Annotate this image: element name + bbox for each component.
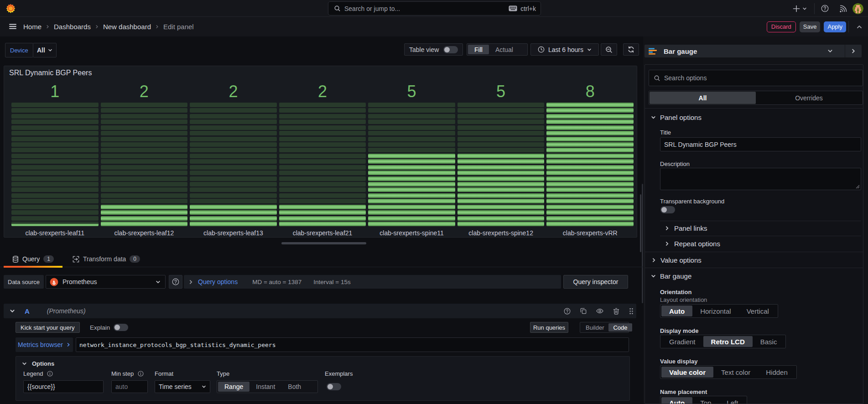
menu-toggle-button[interactable] [9, 23, 16, 30]
fit-option-fill[interactable]: Fill [468, 45, 489, 54]
time-range-picker[interactable]: Last 6 hours [530, 43, 599, 56]
new-menu-button[interactable] [793, 5, 807, 12]
discard-button[interactable]: Discard [767, 21, 796, 32]
value-display-option-text-color[interactable]: Text color [713, 367, 758, 378]
lcd-cell-lit [190, 216, 277, 221]
lcd-cell-lit [546, 222, 634, 226]
grafana-logo-icon[interactable] [5, 3, 16, 14]
lcd-cell-unlit [190, 165, 277, 170]
lcd-cell-unlit [11, 205, 99, 209]
options-pane-splitter[interactable] [640, 194, 641, 252]
datasource-help-button[interactable] [169, 275, 182, 289]
hide-query-button[interactable] [596, 307, 603, 315]
chevron-right-icon [665, 241, 670, 246]
duplicate-query-button[interactable] [580, 308, 587, 314]
bar-gauge-section-header[interactable]: Bar gauge [645, 268, 863, 284]
display-mode-option-basic[interactable]: Basic [753, 336, 785, 347]
lcd-cell-lit [457, 159, 545, 164]
query-type-instant[interactable]: Instant [249, 382, 281, 392]
editor-mode-code[interactable]: Code [608, 323, 632, 331]
query-section-tabs: Query 1 Transform data 0 [0, 251, 643, 267]
bar-gauge-panel[interactable]: SRL Dynamic BGP Peers 1clab-srexperts-le… [4, 66, 637, 238]
help-button[interactable] [821, 5, 829, 12]
horizontal-pane-splitter[interactable] [281, 242, 366, 244]
orientation-option-auto[interactable]: Auto [661, 306, 692, 316]
collapse-options-pane-button[interactable] [845, 48, 862, 54]
transparent-background-toggle[interactable] [660, 206, 675, 213]
visualization-name: Bar gauge [664, 47, 821, 55]
min-step-input[interactable]: auto [111, 380, 148, 393]
lcd-cell-lit [546, 142, 634, 147]
query-row-header[interactable]: A (Prometheus) [4, 304, 636, 318]
panel-options-section-header[interactable]: Panel options [645, 108, 863, 126]
variable-device-label[interactable]: Device [5, 43, 33, 57]
format-select[interactable]: Time series [155, 380, 210, 393]
editor-mode-builder[interactable]: Builder [581, 323, 608, 331]
breadcrumb-item[interactable]: Home [23, 23, 42, 31]
lcd-cell-lit [546, 216, 634, 221]
table-view-toggle[interactable] [443, 46, 458, 53]
options-search-input[interactable]: Search options [649, 70, 863, 86]
chevron-right-icon [95, 25, 99, 29]
query-options-toggle[interactable]: Query options [198, 278, 238, 285]
query-inspector-button[interactable]: Query inspector [563, 275, 628, 289]
options-tab-all[interactable]: All [650, 92, 756, 104]
user-avatar[interactable] [852, 3, 863, 14]
zoom-out-button[interactable] [601, 43, 617, 56]
info-circle-icon [47, 371, 53, 377]
bar-label: clab-srexperts-vRR [546, 229, 634, 237]
name-placement-option-auto[interactable]: Auto [661, 397, 692, 404]
orientation-option-horizontal[interactable]: Horizontal [692, 306, 739, 316]
tab-query[interactable]: Query 1 [4, 251, 62, 267]
query-expression-input[interactable]: network_instance_protocols_bgp_statistic… [76, 337, 629, 352]
options-tab-overrides[interactable]: Overrides [756, 92, 862, 104]
name-placement-option-left[interactable]: Left [719, 397, 746, 404]
global-search-input[interactable]: Search or jump to... ctrl+k [328, 1, 541, 16]
lcd-cell-unlit [457, 142, 545, 147]
kick-start-query-button[interactable]: Kick start your query [16, 322, 80, 333]
lcd-cell-unlit [368, 103, 455, 107]
lcd-cell-lit [368, 222, 455, 226]
tab-transform-data[interactable]: Transform data 0 [66, 251, 146, 267]
variable-device-value-dropdown[interactable]: All [33, 43, 57, 57]
save-button[interactable]: Save [800, 21, 821, 32]
value-options-section-header[interactable]: Value options [645, 252, 863, 268]
display-mode-option-gradient[interactable]: Gradient [661, 336, 703, 347]
chevron-down-icon [202, 384, 206, 389]
drag-query-handle[interactable] [629, 308, 634, 315]
lcd-cell-unlit [101, 142, 188, 147]
query-type-both[interactable]: Both [281, 382, 307, 392]
collapse-header-button[interactable] [855, 24, 863, 30]
query-help-button[interactable] [564, 308, 571, 315]
lcd-cell-lit [101, 210, 188, 215]
lcd-cell-lit [546, 171, 634, 175]
repeat-options-section[interactable]: Repeat options [665, 236, 720, 252]
apply-button[interactable]: Apply [824, 21, 846, 32]
metrics-browser-toggle[interactable]: Metrics browser [16, 337, 73, 352]
news-rss-button[interactable] [840, 5, 847, 12]
breadcrumb-item[interactable]: Dashboards [54, 23, 91, 31]
breadcrumb-item[interactable]: New dashboard [103, 23, 151, 31]
value-display-option-value-color[interactable]: Value color [661, 367, 713, 378]
display-mode-option-retro-lcd[interactable]: Retro LCD [703, 336, 753, 347]
query-type-range[interactable]: Range [218, 382, 249, 392]
name-placement-option-top[interactable]: Top [692, 397, 719, 404]
datasource-picker[interactable]: Prometheus [46, 275, 166, 289]
options-collapse-header[interactable]: Options [22, 360, 54, 367]
visualization-picker[interactable]: Bar gauge [645, 45, 862, 57]
orientation-option-vertical[interactable]: Vertical [739, 306, 777, 316]
eye-icon [596, 307, 603, 315]
exemplars-toggle[interactable] [327, 383, 341, 390]
explain-toggle[interactable] [114, 324, 128, 331]
fit-option-actual[interactable]: Actual [489, 45, 520, 54]
lcd-cell-unlit [190, 199, 277, 203]
panel-title-input[interactable]: SRL Dynamic BGP Peers [660, 137, 861, 151]
remove-query-button[interactable] [613, 308, 619, 315]
panel-description-textarea[interactable] [660, 168, 861, 190]
refresh-button[interactable] [623, 43, 639, 56]
panel-links-section[interactable]: Panel links [665, 221, 707, 236]
value-display-option-hidden[interactable]: Hidden [758, 367, 795, 378]
legend-input[interactable]: {{source}} [23, 380, 104, 393]
run-queries-button[interactable]: Run queries [530, 322, 568, 333]
lcd-cell-unlit [190, 154, 277, 158]
